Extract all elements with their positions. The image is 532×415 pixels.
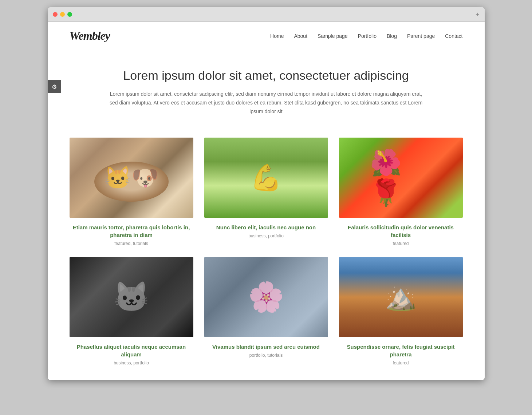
post-title-6: Suspendisse ornare, felis feugiat suscip… bbox=[339, 343, 463, 358]
post-title-4: Phasellus aliquet iaculis neque accumsan… bbox=[70, 343, 193, 358]
post-card-3[interactable]: Falauris sollicitudin quis dolor venenat… bbox=[339, 138, 463, 246]
browser-content: ⚙ Wembley Home About Sample page Portfol… bbox=[48, 22, 485, 380]
post-categories-1: featured, tutorials bbox=[70, 241, 193, 246]
hero-title: Lorem ipsum dolor sit amet, consectetuer… bbox=[91, 68, 441, 83]
post-card-5[interactable]: Vivamus blandit ipsum sed arcu euismod p… bbox=[204, 257, 328, 365]
post-image-1 bbox=[70, 138, 193, 218]
post-title-3: Falauris sollicitudin quis dolor venenat… bbox=[339, 224, 463, 239]
traffic-lights bbox=[53, 12, 72, 17]
post-image-6 bbox=[339, 257, 463, 337]
nav-item-parent-page[interactable]: Parent page bbox=[407, 33, 435, 39]
hero-text: Lorem ipsum dolor sit amet, consetetur s… bbox=[110, 90, 423, 116]
browser-window: + ⚙ Wembley Home About Sample page Portf… bbox=[48, 7, 485, 380]
hero-section: Lorem ipsum dolor sit amet, consectetuer… bbox=[48, 50, 485, 130]
post-card-2[interactable]: Nunc libero elit, iaculis nec augue non … bbox=[204, 138, 328, 246]
post-categories-6: featured bbox=[339, 360, 463, 365]
post-image-4 bbox=[70, 257, 193, 337]
nav-item-portfolio[interactable]: Portfolio bbox=[358, 33, 377, 39]
close-button[interactable] bbox=[53, 12, 58, 17]
site-header: Wembley Home About Sample page Portfolio… bbox=[48, 22, 485, 50]
nav-item-about[interactable]: About bbox=[294, 33, 307, 39]
post-title-1: Etiam mauris tortor, pharetra quis lobor… bbox=[70, 224, 193, 239]
site-nav: Home About Sample page Portfolio Blog Pa… bbox=[270, 33, 462, 39]
post-card-1[interactable]: Etiam mauris tortor, pharetra quis lobor… bbox=[70, 138, 193, 246]
post-card-4[interactable]: Phasellus aliquet iaculis neque accumsan… bbox=[70, 257, 193, 365]
gear-icon: ⚙ bbox=[52, 83, 57, 90]
nav-item-sample-page[interactable]: Sample page bbox=[318, 33, 348, 39]
add-tab-button[interactable]: + bbox=[476, 11, 480, 18]
post-categories-2: business, portfolio bbox=[204, 233, 328, 238]
nav-item-home[interactable]: Home bbox=[270, 33, 284, 39]
post-categories-5: portfolio, tutorials bbox=[204, 353, 328, 358]
post-image-5 bbox=[204, 257, 328, 337]
post-image-2 bbox=[204, 138, 328, 218]
post-categories-4: business, portfolio bbox=[70, 360, 193, 365]
post-card-6[interactable]: Suspendisse ornare, felis feugiat suscip… bbox=[339, 257, 463, 365]
browser-titlebar: + bbox=[48, 7, 485, 22]
post-categories-3: featured bbox=[339, 241, 463, 246]
post-title-5: Vivamus blandit ipsum sed arcu euismod bbox=[204, 343, 328, 351]
post-image-3 bbox=[339, 138, 463, 218]
post-title-2: Nunc libero elit, iaculis nec augue non bbox=[204, 224, 328, 231]
nav-item-blog[interactable]: Blog bbox=[387, 33, 397, 39]
maximize-button[interactable] bbox=[67, 12, 72, 17]
posts-grid: Etiam mauris tortor, pharetra quis lobor… bbox=[48, 130, 485, 380]
gear-button[interactable]: ⚙ bbox=[48, 80, 61, 93]
site-logo[interactable]: Wembley bbox=[70, 29, 110, 43]
minimize-button[interactable] bbox=[60, 12, 65, 17]
nav-item-contact[interactable]: Contact bbox=[445, 33, 462, 39]
